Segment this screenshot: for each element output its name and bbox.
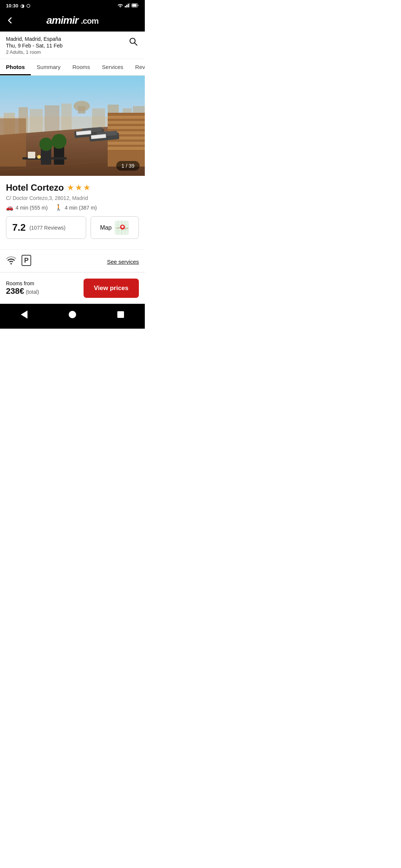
map-box[interactable]: Map xyxy=(91,216,139,239)
wifi-service-icon xyxy=(6,256,16,267)
photo-counter: 1 / 39 xyxy=(116,161,140,171)
svg-rect-34 xyxy=(108,142,145,145)
svg-point-0 xyxy=(120,7,121,7)
car-distance: 4 min (555 m) xyxy=(16,205,48,211)
star-1: ★ xyxy=(67,183,74,193)
search-button[interactable] xyxy=(128,36,139,49)
car-icon: 🚗 xyxy=(6,204,13,211)
rating-score: 7.2 xyxy=(12,222,26,233)
svg-rect-35 xyxy=(108,147,145,150)
tab-rooms[interactable]: Rooms xyxy=(66,59,96,75)
svg-point-49 xyxy=(37,155,41,159)
svg-rect-6 xyxy=(132,4,137,7)
view-prices-button[interactable]: View prices xyxy=(84,279,139,298)
price-amount: 238€ xyxy=(6,286,24,296)
svg-rect-2 xyxy=(126,5,127,7)
rating-map-row: 7.2 (1077 Reviews) Map xyxy=(6,216,139,239)
svg-rect-1 xyxy=(125,6,126,7)
see-services-link[interactable]: See services xyxy=(107,259,139,265)
walk-icon: 🚶 xyxy=(55,204,62,211)
logo-dot: .com xyxy=(81,16,98,26)
svg-rect-50 xyxy=(28,152,35,158)
search-context: Madrid, Madrid, España Thu, 9 Feb - Sat,… xyxy=(0,32,145,59)
map-icon xyxy=(115,221,130,235)
svg-point-59 xyxy=(121,226,124,228)
wifi-status-icon xyxy=(117,3,123,9)
svg-rect-28 xyxy=(108,113,145,167)
svg-rect-36 xyxy=(0,118,26,167)
status-time: 10:30 xyxy=(6,3,18,9)
battery-icon xyxy=(131,3,139,9)
hotel-address: C/ Doctor Cortezo,3, 28012, Madrid xyxy=(6,195,139,201)
svg-rect-4 xyxy=(129,3,130,7)
svg-rect-3 xyxy=(128,4,129,7)
nav-recent-button[interactable] xyxy=(110,309,131,322)
tab-reviews[interactable]: Reviews xyxy=(129,59,145,75)
svg-point-38 xyxy=(39,138,53,151)
security-icon: ⬡ xyxy=(26,3,30,9)
bottom-nav xyxy=(0,304,145,329)
price-footer: Rooms from 238€ (total) View prices xyxy=(0,272,145,304)
svg-point-40 xyxy=(52,134,66,149)
search-guests: 2 Adults, 1 room xyxy=(6,49,63,55)
svg-rect-30 xyxy=(108,121,145,124)
services-row: P See services xyxy=(0,249,145,272)
star-3: ★ xyxy=(83,183,91,193)
service-icons: P xyxy=(6,255,31,268)
nav-home-button[interactable] xyxy=(61,309,84,322)
search-location: Madrid, Madrid, España xyxy=(6,36,63,42)
svg-rect-16 xyxy=(78,106,85,114)
rooms-from-label: Rooms from xyxy=(6,280,39,286)
star-2: ★ xyxy=(75,183,82,193)
map-label: Map xyxy=(100,224,111,231)
svg-rect-65 xyxy=(117,311,124,318)
hotel-distance: 🚗 4 min (555 m) 🚶 4 min (387 m) xyxy=(6,204,139,211)
tab-services[interactable]: Services xyxy=(96,59,130,75)
tab-summary[interactable]: Summary xyxy=(31,59,66,75)
search-dates: Thu, 9 Feb - Sat, 11 Feb xyxy=(6,43,63,49)
status-bar: 10:30 ◑ ⬡ xyxy=(0,0,145,11)
signal-icon xyxy=(125,3,130,9)
tab-photos[interactable]: Photos xyxy=(0,59,31,75)
back-button[interactable] xyxy=(6,16,14,24)
svg-marker-63 xyxy=(21,310,27,319)
nav-bar: amimir .com xyxy=(0,11,145,32)
walk-distance: 4 min (387 m) xyxy=(65,205,97,211)
svg-text:P: P xyxy=(24,257,29,264)
svg-rect-29 xyxy=(108,116,145,119)
parking-service-icon: P xyxy=(22,255,31,268)
rating-box[interactable]: 7.2 (1077 Reviews) xyxy=(6,216,86,239)
notify-icon: ◑ xyxy=(20,3,24,9)
tabs: Photos Summary Rooms Services Reviews xyxy=(0,59,145,76)
svg-point-64 xyxy=(69,311,76,318)
hotel-name: Hotel Cortezo xyxy=(6,183,64,193)
hotel-stars: ★ ★ ★ xyxy=(67,183,91,193)
hotel-photo[interactable]: 1 / 39 xyxy=(0,76,145,176)
nav-back-button[interactable] xyxy=(13,308,35,323)
price-total: (total) xyxy=(26,289,39,295)
rating-count: (1077 Reviews) xyxy=(29,225,65,231)
svg-rect-31 xyxy=(108,126,145,129)
logo: amimir .com xyxy=(46,14,98,26)
hotel-info: Hotel Cortezo ★ ★ ★ C/ Doctor Cortezo,3,… xyxy=(0,176,145,249)
price-info: Rooms from 238€ (total) xyxy=(6,280,39,296)
